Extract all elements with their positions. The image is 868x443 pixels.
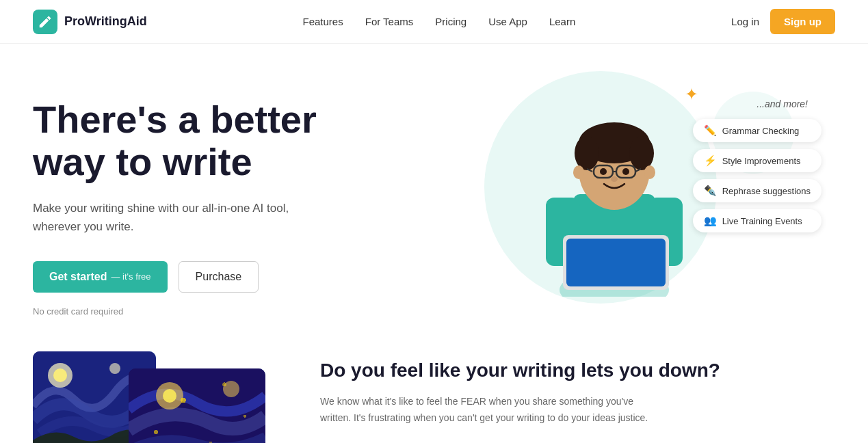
nav-pricing[interactable]: Pricing (435, 16, 466, 27)
svg-point-8 (575, 136, 599, 170)
pill-style: ⚡ Style Improvements (693, 149, 821, 172)
hero-subtitle: Make your writing shine with our all-in-… (33, 199, 320, 236)
bottom-left-images: My idea in my head (33, 351, 265, 443)
rephrase-icon: ✒️ (704, 185, 717, 197)
bottom-right-text: Do you feel like your writing lets you d… (320, 351, 835, 427)
bottom-section: My idea in my head Do you feel like your… (0, 351, 868, 443)
get-started-button[interactable]: Get started — it's free (33, 261, 168, 293)
nav-actions: Log in Sign up (731, 9, 835, 34)
logo-icon (33, 10, 57, 34)
hero-person-illustration (525, 78, 703, 297)
hero-section: There's a better way to write Make your … (0, 44, 868, 345)
pill-rephrase: ✒️ Rephrase suggestions (693, 179, 821, 202)
purchase-button[interactable]: Purchase (179, 261, 259, 293)
brand-name: ProWritingAid (64, 14, 147, 29)
hero-left: There's a better way to write Make your … (33, 85, 416, 317)
bottom-section-body: We know what it's like to feel the FEAR … (320, 394, 662, 427)
svg-point-16 (622, 168, 629, 175)
hero-title: There's a better way to write (33, 98, 416, 183)
pill-training: 👥 Live Training Events (693, 209, 821, 232)
bottom-section-heading: Do you feel like your writing lets you d… (320, 358, 835, 383)
hero-right: ✦ ...and more! ✏️ Grammar Checking ⚡ Sty… (443, 85, 835, 317)
logo[interactable]: ProWritingAid (33, 10, 147, 34)
svg-rect-5 (566, 239, 666, 286)
svg-point-25 (156, 382, 183, 410)
feature-pills: ✏️ Grammar Checking ⚡ Style Improvements… (693, 119, 821, 232)
nav-features[interactable]: Features (303, 16, 343, 27)
svg-point-19 (611, 176, 618, 182)
pen-icon (38, 14, 53, 29)
pill-grammar: ✏️ Grammar Checking (693, 119, 821, 142)
svg-point-17 (573, 165, 584, 179)
style-icon: ⚡ (704, 155, 717, 167)
sparkle-icon: ✦ (685, 85, 698, 104)
painting-card-2: My idea in my head (129, 368, 265, 443)
signup-button[interactable]: Sign up (770, 9, 835, 34)
login-button[interactable]: Log in (731, 16, 759, 27)
grammar-icon: ✏️ (704, 124, 717, 137)
svg-point-23 (109, 363, 120, 374)
svg-point-9 (629, 136, 654, 170)
svg-point-22 (53, 368, 67, 382)
image-stack: My idea in my head (33, 351, 265, 443)
no-credit-text: No credit card required (33, 306, 416, 317)
svg-rect-24 (129, 368, 265, 443)
nav-for-teams[interactable]: For Teams (365, 16, 414, 27)
svg-point-27 (223, 381, 239, 397)
abstract-painting (129, 368, 265, 443)
and-more-text: ...and more! (757, 98, 808, 109)
nav-learn[interactable]: Learn (549, 16, 575, 27)
hero-buttons: Get started — it's free Purchase (33, 261, 416, 293)
svg-point-15 (600, 168, 607, 175)
nav-links: Features For Teams Pricing Use App Learn (303, 16, 576, 28)
navbar: ProWritingAid Features For Teams Pricing… (0, 0, 868, 44)
svg-point-26 (163, 389, 176, 403)
svg-point-18 (644, 165, 655, 179)
nav-use-app[interactable]: Use App (488, 16, 527, 27)
training-icon: 👥 (704, 215, 717, 227)
